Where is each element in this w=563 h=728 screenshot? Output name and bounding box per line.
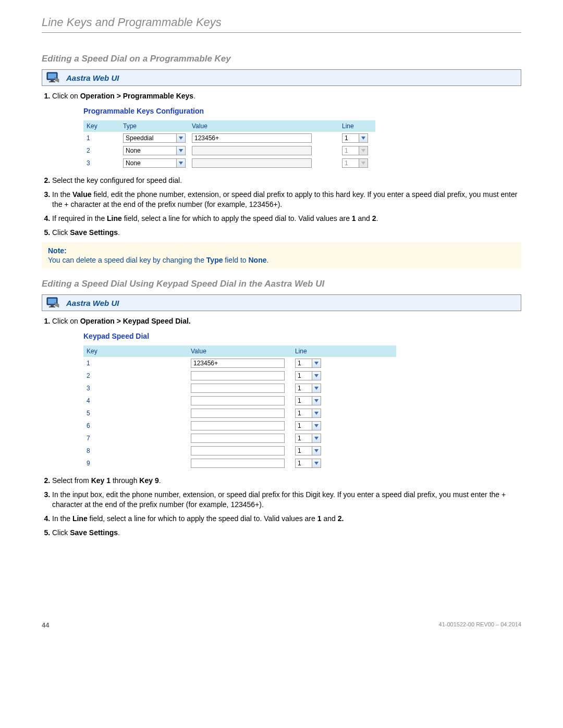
step-item: If required in the Line field, select a … (52, 214, 521, 224)
value-input[interactable] (191, 409, 285, 418)
cell-key: 4 (83, 394, 188, 407)
select[interactable]: 1 (295, 446, 321, 455)
svg-rect-6 (51, 305, 54, 306)
table-row: 71 (83, 432, 396, 445)
step-item: Click Save Settings. (52, 228, 521, 238)
value-input (192, 146, 312, 155)
chevron-down-icon (312, 459, 321, 467)
cell-key: 1 (83, 357, 188, 369)
text: Click (52, 528, 70, 537)
text: Line (72, 514, 88, 523)
keypad-sd-table: Key Value Line 112131415161718191 (83, 346, 396, 470)
text: Select from (52, 476, 91, 485)
table-row: 61 (83, 419, 396, 432)
text: and (356, 214, 372, 223)
select-value: 1 (298, 459, 312, 467)
table-row: 11 (83, 357, 396, 369)
select-value: 1 (298, 434, 312, 442)
value-input (192, 158, 312, 168)
table-row: 81 (83, 445, 396, 457)
cell-key: 3 (83, 157, 120, 169)
select-value: Speeddial (126, 134, 176, 142)
text: Line (107, 214, 122, 223)
text: None (249, 256, 267, 264)
page-footer: 44 41-001522-00 REV00 – 04.2014 (42, 621, 521, 629)
table-row: 41 (83, 394, 396, 407)
cell-key: 7 (83, 432, 188, 445)
chevron-down-icon (312, 372, 321, 380)
text: In the (52, 514, 72, 523)
step-item: Click on Operation > Keypad Speed Dial. … (52, 316, 521, 471)
monitor-icon (46, 72, 60, 83)
select-disabled: 1 (342, 146, 368, 155)
text: Click on (52, 92, 80, 100)
value-input[interactable] (191, 434, 285, 443)
value-input[interactable] (191, 446, 285, 455)
table-row: 1Speeddial1 (83, 132, 375, 144)
col-value: Value (188, 346, 292, 357)
chevron-down-icon (176, 134, 185, 142)
select[interactable]: 1 (295, 384, 321, 393)
chevron-down-icon (312, 409, 321, 417)
note-body: You can delete a speed dial key by chang… (48, 256, 515, 264)
select[interactable]: 1 (295, 396, 321, 405)
svg-rect-3 (49, 81, 55, 82)
doc-id: 41-001522-00 REV00 – 04.2014 (439, 621, 521, 629)
select-value: 1 (298, 409, 312, 417)
value-input[interactable] (191, 384, 285, 393)
cell-key: 1 (83, 132, 120, 144)
select[interactable]: None (123, 146, 186, 155)
chevron-down-icon (312, 397, 321, 405)
text: Type (206, 256, 223, 264)
select[interactable]: Speeddial (123, 133, 186, 143)
value-input[interactable] (191, 359, 285, 368)
screenshot-title: Keypad Speed Dial (83, 331, 396, 341)
cell-key: 9 (83, 457, 188, 470)
cell-key: 8 (83, 445, 188, 457)
text: 1 (352, 214, 356, 223)
svg-rect-2 (51, 80, 54, 81)
section-heading: Editing a Speed Dial Using Keypad Speed … (42, 279, 521, 289)
cell-key: 6 (83, 419, 188, 432)
value-input[interactable] (192, 133, 312, 143)
value-input[interactable] (191, 396, 285, 405)
select[interactable]: None (123, 158, 186, 168)
select-disabled: 1 (342, 158, 368, 168)
select[interactable]: 1 (295, 409, 321, 418)
chevron-down-icon (176, 146, 185, 155)
select[interactable]: 1 (295, 359, 321, 368)
select-value: None (126, 146, 176, 155)
select[interactable]: 1 (342, 133, 368, 143)
chevron-down-icon (312, 359, 321, 367)
table-row: 31 (83, 382, 396, 394)
value-input[interactable] (191, 421, 285, 430)
select-value: 1 (345, 146, 359, 155)
text: Value (72, 190, 92, 199)
select-value: 1 (298, 384, 312, 392)
note-box: Note: You can delete a speed dial key by… (42, 242, 521, 268)
step-item: In the Value field, edit the phone numbe… (52, 190, 521, 209)
text: Key 9 (139, 476, 158, 485)
select[interactable]: 1 (295, 434, 321, 443)
screenshot-title: Programmable Keys Configuration (83, 106, 375, 116)
step-item: Select from Key 1 through Key 9. (52, 476, 521, 486)
select[interactable]: 1 (295, 371, 321, 380)
section-heading: Editing a Speed Dial on a Programmable K… (42, 54, 521, 64)
text: Click (52, 228, 70, 237)
chevron-down-icon (312, 434, 321, 442)
nav-path: Operation > Programmable Keys (80, 92, 193, 100)
select[interactable]: 1 (295, 459, 321, 468)
select-value: 1 (298, 447, 312, 455)
chevron-down-icon (312, 422, 321, 430)
value-input[interactable] (191, 371, 285, 380)
select[interactable]: 1 (295, 421, 321, 430)
monitor-icon (46, 297, 60, 309)
text: . (118, 228, 120, 237)
cell-key: 5 (83, 407, 188, 419)
chevron-down-icon (359, 159, 368, 167)
text: and (322, 514, 338, 523)
webui-label: Aastra Web UI (66, 73, 119, 82)
value-input[interactable] (191, 459, 285, 468)
text: through (111, 476, 139, 485)
step-item: In the Line field, select a line for whi… (52, 514, 521, 524)
